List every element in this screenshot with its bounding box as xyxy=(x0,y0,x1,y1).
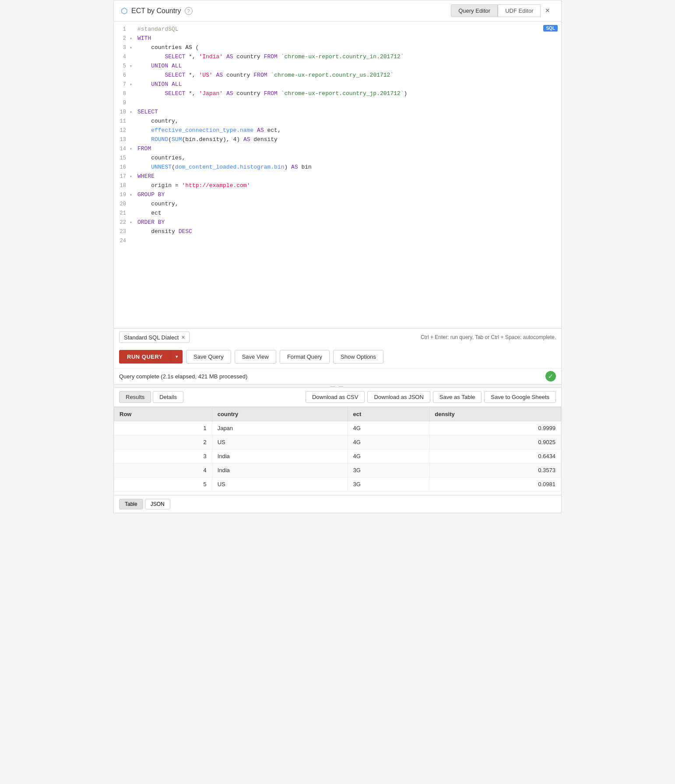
code-line-13: 13 ROUND(SUM(bin.density), 4) AS density xyxy=(114,135,561,145)
code-line-1: 1 #standardSQL xyxy=(114,25,561,34)
code-line-22: 22 ▾ ORDER BY xyxy=(114,218,561,227)
table-cell: India xyxy=(212,449,348,463)
code-line-20: 20 country, xyxy=(114,200,561,209)
page-title: ECT by Country xyxy=(131,7,181,15)
code-line-16: 16 UNNEST(dom_content_loaded.histogram.b… xyxy=(114,163,561,172)
save-to-sheets-button[interactable]: Save to Google Sheets xyxy=(484,391,556,403)
col-header-row: Row xyxy=(114,407,212,421)
run-query-dropdown[interactable]: ▾ xyxy=(171,350,183,364)
table-header-row: Row country ect density xyxy=(114,407,561,421)
table-cell: India xyxy=(212,463,348,477)
resize-handle[interactable]: — — xyxy=(114,384,561,388)
code-line-18: 18 origin = 'http://example.com' xyxy=(114,181,561,191)
table-cell: 2 xyxy=(114,435,212,449)
sql-badge: SQL xyxy=(543,25,558,32)
table-cell: Japan xyxy=(212,421,348,435)
table-cell: US xyxy=(212,435,348,449)
editor-area: SQL 1 #standardSQL 2 ▾ WITH 3 ▾ countrie… xyxy=(114,21,561,328)
tab-results[interactable]: Results xyxy=(119,391,151,403)
code-line-2: 2 ▾ WITH xyxy=(114,34,561,43)
status-message: Query complete (2.1s elapsed, 421 MB pro… xyxy=(119,373,247,380)
download-json-button[interactable]: Download as JSON xyxy=(367,391,430,403)
table-cell: 4G xyxy=(348,435,429,449)
code-line-3: 3 ▾ countries AS ( xyxy=(114,43,561,53)
code-line-5: 5 ▾ UNION ALL xyxy=(114,62,561,71)
table-cell: US xyxy=(212,477,348,491)
bottom-tab-table[interactable]: Table xyxy=(119,499,143,509)
code-line-7: 7 ▾ UNION ALL xyxy=(114,80,561,89)
status-ok-icon: ✓ xyxy=(545,371,556,381)
status-bar: Query complete (2.1s elapsed, 421 MB pro… xyxy=(114,368,561,384)
show-options-button[interactable]: Show Options xyxy=(333,350,383,364)
table-row: 4India3G0.3573 xyxy=(114,463,561,477)
dialect-close-icon[interactable]: × xyxy=(181,334,185,341)
bottom-tabs: Table JSON xyxy=(114,495,561,513)
table-row: 1Japan4G0.9999 xyxy=(114,421,561,435)
table-cell: 0.9025 xyxy=(429,435,561,449)
code-line-11: 11 country, xyxy=(114,117,561,126)
run-query-group: RUN QUERY ▾ xyxy=(119,350,183,364)
format-query-button[interactable]: Format Query xyxy=(280,350,330,364)
code-line-14: 14 ▾ FROM xyxy=(114,145,561,154)
col-header-ect: ect xyxy=(348,407,429,421)
table-cell: 4 xyxy=(114,463,212,477)
results-area: Results Details Download as CSV Download… xyxy=(114,388,561,513)
results-table-container: Row country ect density 1Japan4G0.99992U… xyxy=(114,407,561,495)
save-as-table-button[interactable]: Save as Table xyxy=(433,391,482,403)
code-line-10: 10 ▾ SELECT xyxy=(114,108,561,117)
table-cell: 3G xyxy=(348,463,429,477)
dialect-tag[interactable]: Standard SQL Dialect × xyxy=(119,332,190,343)
help-icon[interactable]: ? xyxy=(185,7,193,15)
table-cell: 0.9999 xyxy=(429,421,561,435)
run-query-button[interactable]: RUN QUERY xyxy=(119,350,171,364)
shortcut-hint: Ctrl + Enter: run query, Tab or Ctrl + S… xyxy=(421,334,556,340)
table-cell: 0.0981 xyxy=(429,477,561,491)
results-table: Row country ect density 1Japan4G0.99992U… xyxy=(114,407,561,491)
dialect-label: Standard SQL Dialect xyxy=(124,334,179,341)
code-line-17: 17 ▾ WHERE xyxy=(114,172,561,181)
save-view-button[interactable]: Save View xyxy=(235,350,276,364)
tab-udf-editor[interactable]: UDF Editor xyxy=(498,4,541,17)
code-editor[interactable]: 1 #standardSQL 2 ▾ WITH 3 ▾ countries AS… xyxy=(114,21,561,328)
table-cell: 0.6434 xyxy=(429,449,561,463)
table-cell: 3G xyxy=(348,477,429,491)
tab-details[interactable]: Details xyxy=(153,391,183,403)
code-line-6: 6 SELECT *, 'US' AS country FROM `chrome… xyxy=(114,71,561,80)
col-header-density: density xyxy=(429,407,561,421)
results-tabs-row: Results Details Download as CSV Download… xyxy=(114,388,561,407)
download-csv-button[interactable]: Download as CSV xyxy=(306,391,365,403)
table-cell: 5 xyxy=(114,477,212,491)
code-line-8: 8 SELECT *, 'Japan' AS country FROM `chr… xyxy=(114,89,561,99)
tab-query-editor[interactable]: Query Editor xyxy=(451,4,498,17)
table-cell: 4G xyxy=(348,449,429,463)
code-line-12: 12 effective_connection_type.name AS ect… xyxy=(114,126,561,135)
code-line-24: 24 xyxy=(114,237,561,246)
code-line-9: 9 xyxy=(114,99,561,108)
code-line-21: 21 ect xyxy=(114,209,561,218)
link-icon: ⬡ xyxy=(121,6,128,16)
editor-footer: Standard SQL Dialect × Ctrl + Enter: run… xyxy=(114,328,561,346)
close-button[interactable]: × xyxy=(541,4,554,18)
code-line-23: 23 density DESC xyxy=(114,227,561,237)
header-left: ⬡ ECT by Country ? xyxy=(121,6,193,16)
col-header-country: country xyxy=(212,407,348,421)
table-cell: 0.3573 xyxy=(429,463,561,477)
table-row: 5US3G0.0981 xyxy=(114,477,561,491)
code-line-19: 19 ▾ GROUP BY xyxy=(114,191,561,200)
table-cell: 4G xyxy=(348,421,429,435)
save-query-button[interactable]: Save Query xyxy=(186,350,231,364)
table-row: 2US4G0.9025 xyxy=(114,435,561,449)
resize-dots-icon: — — xyxy=(330,384,345,388)
action-toolbar: RUN QUERY ▾ Save Query Save View Format … xyxy=(114,346,561,368)
bottom-tab-json[interactable]: JSON xyxy=(145,499,170,509)
code-line-4: 4 SELECT *, 'India' AS country FROM `chr… xyxy=(114,53,561,62)
table-row: 3India4G0.6434 xyxy=(114,449,561,463)
table-cell: 1 xyxy=(114,421,212,435)
code-line-15: 15 countries, xyxy=(114,154,561,163)
header-tabs: Query Editor UDF Editor × xyxy=(451,4,554,18)
table-cell: 3 xyxy=(114,449,212,463)
results-actions: Download as CSV Download as JSON Save as… xyxy=(306,391,556,403)
